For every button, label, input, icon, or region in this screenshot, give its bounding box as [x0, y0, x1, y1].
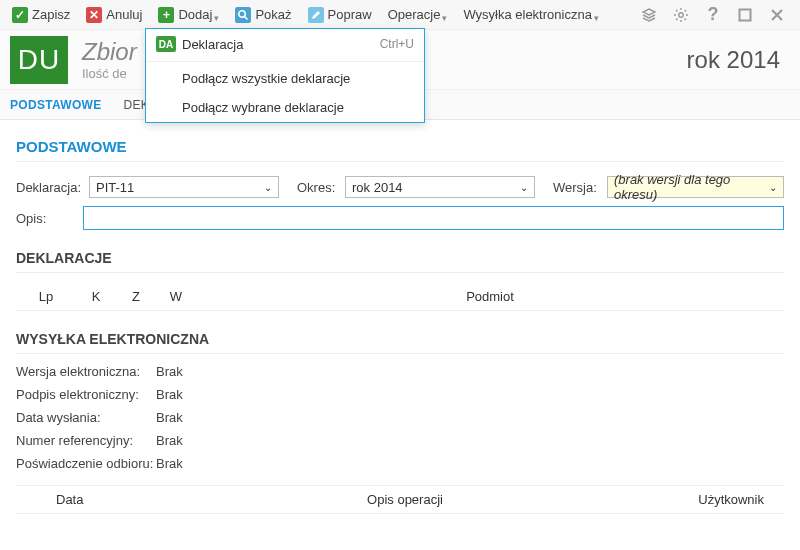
maximize-icon[interactable] [736, 6, 754, 24]
save-button[interactable]: ✓ Zapisz [6, 5, 76, 25]
kv-key: Poświadczenie odbioru: [16, 456, 156, 471]
kv-value: Brak [156, 387, 183, 402]
kv-value: Brak [156, 364, 183, 379]
add-button[interactable]: + Dodaj ▾ [152, 5, 225, 25]
kv-posw: Poświadczenie odbioru: Brak [16, 456, 784, 471]
kv-key: Podpis elektroniczny: [16, 387, 156, 402]
kv-key: Data wysłania: [16, 410, 156, 425]
chevron-down-icon: ⌄ [264, 182, 272, 193]
section-deklaracje: DEKLARACJE [16, 250, 784, 273]
check-icon: ✓ [12, 7, 28, 23]
close-icon[interactable] [768, 6, 786, 24]
wersja-value: (brak wersji dla tego okresu) [614, 172, 769, 202]
app-badge: DU [10, 36, 68, 84]
page-title: Zbior [82, 38, 137, 66]
header-period: rok 2014 [687, 46, 780, 74]
svg-point-0 [239, 10, 245, 16]
col-lp: Lp [16, 289, 76, 304]
menu-item-label: Podłącz wszystkie deklaracje [182, 71, 350, 86]
page-subtitle: Ilość de [82, 66, 137, 81]
operations-label: Operacje [388, 7, 441, 22]
cancel-button[interactable]: ✕ Anuluj [80, 5, 148, 25]
chevron-down-icon: ⌄ [520, 182, 528, 193]
menu-item-label: Deklaracja [182, 37, 243, 52]
save-label: Zapisz [32, 7, 70, 22]
svg-line-1 [245, 16, 248, 19]
col-podmiot: Podmiot [196, 289, 784, 304]
da-icon: DA [156, 36, 176, 52]
chevron-down-icon: ▾ [214, 13, 219, 23]
col-opis: Opis operacji [176, 492, 634, 507]
plus-icon: + [158, 7, 174, 23]
menu-separator [146, 61, 424, 62]
kv-podpis: Podpis elektroniczny: Brak [16, 387, 784, 402]
section-podstawowe: PODSTAWOWE [16, 138, 784, 162]
col-data: Data [16, 492, 176, 507]
kv-value: Brak [156, 456, 183, 471]
gear-icon[interactable] [672, 6, 690, 24]
x-icon: ✕ [86, 7, 102, 23]
chevron-down-icon: ⌄ [769, 182, 777, 193]
opis-label: Opis: [16, 211, 75, 226]
search-icon [235, 7, 251, 23]
menu-item-podlacz-wszystkie[interactable]: Podłącz wszystkie deklaracje [146, 64, 424, 93]
header-titles: Zbior Ilość de [82, 38, 137, 81]
opis-input[interactable] [83, 206, 784, 230]
help-icon[interactable]: ? [704, 6, 722, 24]
edit-button[interactable]: Popraw [302, 5, 378, 25]
svg-rect-3 [740, 9, 751, 20]
log-table-header: Data Opis operacji Użytkownik [16, 485, 784, 514]
toolbar: ✓ Zapisz ✕ Anuluj + Dodaj ▾ Pokaż Popraw… [0, 0, 800, 30]
operations-button[interactable]: Operacje ▾ [382, 5, 454, 25]
col-w: W [156, 289, 196, 304]
kv-key: Wersja elektroniczna: [16, 364, 156, 379]
kv-value: Brak [156, 433, 183, 448]
menu-item-label: Podłącz wybrane deklaracje [182, 100, 344, 115]
wersja-label: Wersja: [553, 180, 599, 195]
tab-podstawowe[interactable]: PODSTAWOWE [10, 98, 101, 112]
svg-point-2 [679, 12, 683, 16]
deklaracja-select[interactable]: PIT-11 ⌄ [89, 176, 279, 198]
section-wysylka: WYSYŁKA ELEKTRONICZNA [16, 331, 784, 354]
toolbar-right: ? [640, 6, 794, 24]
wersja-select[interactable]: (brak wersji dla tego okresu) ⌄ [607, 176, 784, 198]
menu-item-deklaracja[interactable]: DA Deklaracja Ctrl+U [146, 29, 424, 59]
okres-select[interactable]: rok 2014 ⌄ [345, 176, 535, 198]
kv-data: Data wysłania: Brak [16, 410, 784, 425]
deklaracja-value: PIT-11 [96, 180, 134, 195]
layers-icon[interactable] [640, 6, 658, 24]
kv-key: Numer referencyjny: [16, 433, 156, 448]
kv-wersja: Wersja elektroniczna: Brak [16, 364, 784, 379]
col-user: Użytkownik [634, 492, 784, 507]
show-label: Pokaż [255, 7, 291, 22]
chevron-down-icon: ▾ [594, 13, 599, 23]
content-area: PODSTAWOWE Deklaracja: PIT-11 ⌄ Okres: r… [0, 120, 800, 550]
okres-label: Okres: [297, 180, 337, 195]
add-label: Dodaj [178, 7, 212, 22]
kv-value: Brak [156, 410, 183, 425]
form-row-2: Opis: [16, 206, 784, 230]
chevron-down-icon: ▾ [442, 13, 447, 23]
pencil-icon [308, 7, 324, 23]
menu-item-podlacz-wybrane[interactable]: Podłącz wybrane deklaracje [146, 93, 424, 122]
cancel-label: Anuluj [106, 7, 142, 22]
menu-shortcut: Ctrl+U [380, 37, 414, 51]
form-row-1: Deklaracja: PIT-11 ⌄ Okres: rok 2014 ⌄ W… [16, 176, 784, 198]
deklaracje-table-header: Lp K Z W Podmiot [16, 283, 784, 311]
edit-label: Popraw [328, 7, 372, 22]
esend-label: Wysyłka elektroniczna [463, 7, 591, 22]
kv-numer: Numer referencyjny: Brak [16, 433, 784, 448]
add-dropdown-menu: DA Deklaracja Ctrl+U Podłącz wszystkie d… [145, 28, 425, 123]
col-k: K [76, 289, 116, 304]
deklaracja-label: Deklaracja: [16, 180, 81, 195]
okres-value: rok 2014 [352, 180, 403, 195]
esend-button[interactable]: Wysyłka elektroniczna ▾ [457, 5, 604, 25]
col-z: Z [116, 289, 156, 304]
show-button[interactable]: Pokaż [229, 5, 297, 25]
